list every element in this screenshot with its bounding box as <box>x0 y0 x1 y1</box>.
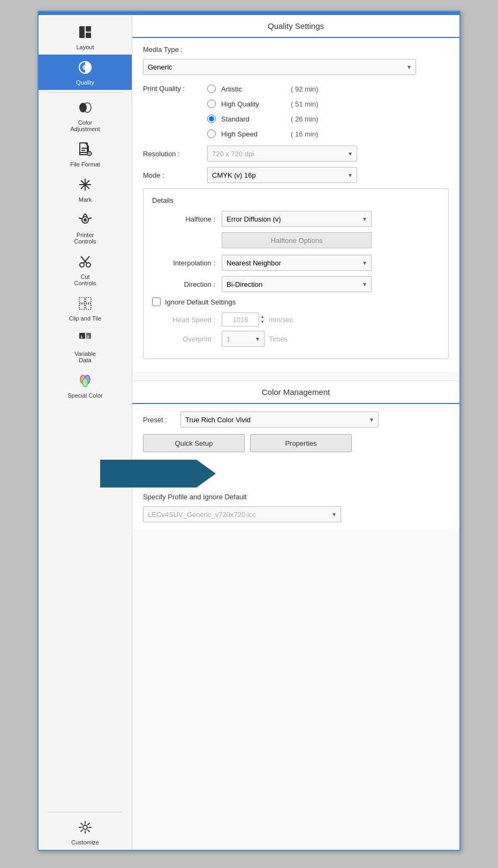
preset-select[interactable]: True Rich Color Vivid True Rich Color Ph… <box>180 412 379 428</box>
radio-artistic-input[interactable] <box>207 85 216 93</box>
radio-high-quality: High Quality ( 51 min) <box>207 97 318 110</box>
quality-settings-content: Media Type : Generic Coated Matte Glossy <box>132 38 459 372</box>
sidebar-item-quality[interactable]: Quality <box>39 55 132 90</box>
overprint-label: Overprint : <box>152 335 222 343</box>
svg-rect-25 <box>79 298 85 303</box>
media-type-select[interactable]: Generic Coated Matte Glossy <box>143 59 416 75</box>
svg-line-18 <box>79 218 82 219</box>
specify-profile-label: Specify Profile and Ignore Default <box>143 493 247 501</box>
media-type-label: Media Type : <box>143 45 207 54</box>
head-speed-input[interactable] <box>222 313 259 326</box>
radio-artistic-time: ( 92 min) <box>291 85 318 93</box>
sidebar-item-layout[interactable]: Layout <box>39 19 132 55</box>
sidebar-item-quality-label: Quality <box>76 79 94 86</box>
resolution-dropdown-wrapper[interactable]: 720 x 720 dpi 1440 x 720 dpi <box>207 146 357 162</box>
radio-high-speed: High Speed ( 16 min) <box>207 127 318 140</box>
properties-button[interactable]: Properties <box>250 434 352 452</box>
radio-high-speed-time: ( 16 min) <box>291 130 318 138</box>
arrow-body <box>100 460 197 488</box>
sidebar-item-customize[interactable]: Customize <box>39 814 132 850</box>
arrow-head <box>197 460 216 488</box>
halftone-dropdown-wrapper[interactable]: Error Diffusion (v) Stochastic AM Screen… <box>222 211 372 227</box>
quick-setup-button[interactable]: Quick Setup <box>143 434 245 452</box>
mode-label: Mode : <box>143 171 207 179</box>
main-window: Layout Quality <box>37 11 461 851</box>
halftone-select[interactable]: Error Diffusion (v) Stochastic AM Screen… <box>222 211 372 227</box>
radio-standard-input[interactable] <box>207 115 216 123</box>
interpolation-label: Interpolation : <box>152 259 222 267</box>
sidebar-item-special-color-label: Special Color <box>67 392 102 399</box>
sidebar-item-customize-label: Customize <box>71 839 99 846</box>
interpolation-dropdown-wrapper[interactable]: Nearest Neighbor Bilinear Bicubic <box>222 255 372 271</box>
preset-row: Preset : True Rich Color Vivid True Rich… <box>143 412 449 428</box>
sidebar-item-layout-label: Layout <box>76 44 94 50</box>
overprint-dropdown-wrapper[interactable]: 1 2 3 <box>222 331 265 347</box>
halftone-label: Halftone : <box>152 215 222 223</box>
mode-select[interactable]: CMYK (v) 16p CMYK (v) 8p RGB <box>207 167 357 183</box>
svg-text:2: 2 <box>87 334 89 339</box>
svg-rect-2 <box>86 33 91 38</box>
sidebar-item-color-adj-label: ColorAdjustment <box>70 119 100 132</box>
preset-dropdown-wrapper[interactable]: True Rich Color Vivid True Rich Color Ph… <box>180 412 379 428</box>
media-type-dropdown-row: Generic Coated Matte Glossy <box>143 59 449 75</box>
svg-point-4 <box>82 65 88 70</box>
svg-point-5 <box>79 103 87 112</box>
special-color-icon <box>78 373 93 390</box>
resolution-select[interactable]: 720 x 720 dpi 1440 x 720 dpi <box>207 146 357 162</box>
sidebar-item-clip-and-tile-label: Clip and Tile <box>69 315 102 322</box>
sidebar-divider-1 <box>48 92 122 93</box>
mode-dropdown-wrapper[interactable]: CMYK (v) 16p CMYK (v) 8p RGB <box>207 167 357 183</box>
sidebar-item-cut-controls[interactable]: CutControls <box>39 249 132 291</box>
halftone-options-button[interactable]: Halftone Options <box>222 232 372 248</box>
svg-point-21 <box>80 263 84 267</box>
preset-label: Preset : <box>143 416 180 424</box>
sidebar-item-special-color[interactable]: Special Color <box>39 368 132 403</box>
quality-icon <box>78 60 93 77</box>
resolution-row: Resolution : 720 x 720 dpi 1440 x 720 dp… <box>143 146 449 162</box>
head-speed-down[interactable]: ▼ <box>260 319 265 325</box>
radio-high-speed-label: High Speed <box>221 130 285 138</box>
sidebar-item-cut-controls-label: CutControls <box>74 273 96 286</box>
mode-row: Mode : CMYK (v) 16p CMYK (v) 8p RGB <box>143 167 449 183</box>
overprint-unit: Times <box>269 335 288 343</box>
clip-and-tile-icon <box>78 296 93 313</box>
printer-controls-icon <box>78 212 93 230</box>
radio-artistic-label: Artistic <box>221 85 285 93</box>
sidebar-item-color-adjustment[interactable]: ColorAdjustment <box>39 95 132 136</box>
radio-artistic: Artistic ( 92 min) <box>207 82 318 95</box>
radio-high-quality-time: ( 51 min) <box>291 100 318 108</box>
sidebar-item-mark-label: Mark <box>79 196 92 203</box>
head-speed-up[interactable]: ▲ <box>260 314 265 319</box>
interpolation-select[interactable]: Nearest Neighbor Bilinear Bicubic <box>222 255 372 271</box>
sidebar-item-mark[interactable]: Mark <box>39 172 132 207</box>
head-speed-label: Head Speed : <box>152 316 222 324</box>
ignore-default-checkbox[interactable] <box>152 298 161 306</box>
overprint-select[interactable]: 1 2 3 <box>222 331 265 347</box>
svg-rect-26 <box>86 298 91 303</box>
color-management-header: Color Management <box>132 380 459 404</box>
sidebar-item-variable-data-label: VariableData <box>74 351 96 363</box>
direction-label: Direction : <box>152 280 222 288</box>
svg-point-22 <box>86 263 90 267</box>
halftone-row: Halftone : Error Diffusion (v) Stochasti… <box>152 211 440 227</box>
customize-icon <box>78 820 93 837</box>
direction-select[interactable]: Bi-Direction Uni-Direction <box>222 276 372 292</box>
button-row: Quick Setup Properties <box>143 434 449 452</box>
direction-dropdown-wrapper[interactable]: Bi-Direction Uni-Direction <box>222 276 372 292</box>
print-quality-radio-group: Artistic ( 92 min) High Quality ( 51 min… <box>207 82 318 140</box>
media-type-wrapper[interactable]: Generic Coated Matte Glossy <box>143 59 416 75</box>
radio-high-speed-input[interactable] <box>207 130 216 138</box>
head-speed-row: Head Speed : ▲ ▼ mm/sec <box>152 313 440 326</box>
direction-row: Direction : Bi-Direction Uni-Direction <box>152 276 440 292</box>
head-speed-arrows: ▲ ▼ <box>260 314 265 324</box>
sidebar-item-printer-controls[interactable]: PrinterControls <box>39 207 132 249</box>
profile-select[interactable]: LECv4SUV_Generic_v720x720.icc <box>143 506 341 522</box>
profile-dropdown-wrapper[interactable]: LECv4SUV_Generic_v720x720.icc <box>143 506 341 522</box>
svg-point-35 <box>82 378 88 387</box>
sidebar-item-clip-and-tile[interactable]: Clip and Tile <box>39 291 132 326</box>
sidebar-item-variable-data[interactable]: 1 2 VariableData <box>39 326 132 368</box>
sidebar-item-file-format[interactable]: File Format <box>39 136 132 172</box>
ignore-default-label: Ignore Default Settings <box>165 298 236 306</box>
radio-high-quality-input[interactable] <box>207 100 216 108</box>
mark-icon <box>78 177 93 194</box>
